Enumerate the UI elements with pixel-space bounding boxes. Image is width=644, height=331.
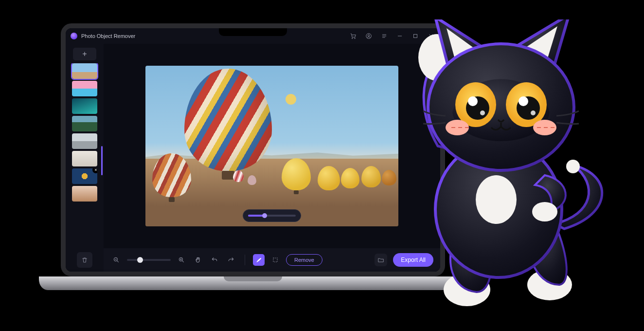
user-icon[interactable] xyxy=(364,32,373,40)
brush-size-thumb[interactable] xyxy=(262,213,267,218)
cart-icon[interactable] xyxy=(349,32,358,40)
plus-icon: + xyxy=(82,50,87,58)
scene-balloon xyxy=(341,168,359,188)
canvas-area xyxy=(104,44,440,248)
scene-sun xyxy=(286,94,296,105)
thumbnail-item[interactable]: × xyxy=(72,168,97,184)
svg-point-23 xyxy=(531,110,536,115)
thumbnail-item[interactable] xyxy=(72,81,97,96)
zoom-slider[interactable] xyxy=(127,259,171,261)
thumbnail-item[interactable] xyxy=(72,186,97,202)
thumbnail-item[interactable] xyxy=(72,151,97,166)
open-folder-button[interactable] xyxy=(375,254,387,266)
app-window: Photo Object Remover xyxy=(66,28,440,272)
svg-point-21 xyxy=(519,96,528,106)
laptop-notch xyxy=(219,28,287,36)
redo-icon[interactable] xyxy=(225,254,237,266)
remove-button[interactable]: Remove xyxy=(286,254,322,266)
add-image-button[interactable]: + xyxy=(73,48,96,60)
brush-tool-icon[interactable] xyxy=(253,254,265,266)
remove-thumb-icon[interactable]: × xyxy=(92,168,97,173)
hand-icon[interactable] xyxy=(192,254,204,266)
bottom-toolbar: Remove Export All xyxy=(104,248,440,272)
svg-point-8 xyxy=(566,160,580,173)
remove-button-label: Remove xyxy=(294,257,314,263)
undo-icon[interactable] xyxy=(209,254,220,266)
rectangle-select-icon[interactable] xyxy=(269,254,281,266)
svg-point-20 xyxy=(468,96,478,106)
svg-rect-7 xyxy=(273,258,277,262)
menu-icon[interactable] xyxy=(380,32,389,40)
laptop-hinge-cut xyxy=(224,276,282,281)
main-panel: Remove Export All xyxy=(104,44,440,272)
toolbar-separator xyxy=(245,255,245,265)
svg-point-13 xyxy=(532,202,557,221)
content-area: + × xyxy=(66,44,440,272)
thumbnail-sidebar: + × xyxy=(66,44,104,272)
image-canvas[interactable] xyxy=(145,66,398,226)
thumbnail-item[interactable] xyxy=(72,133,97,149)
laptop-screen: Photo Object Remover xyxy=(61,23,445,276)
delete-button[interactable] xyxy=(77,252,92,268)
mascot-cat xyxy=(399,19,608,316)
zoom-in-icon[interactable] xyxy=(176,254,187,266)
svg-point-12 xyxy=(476,175,517,224)
zoom-out-icon[interactable] xyxy=(110,254,122,266)
svg-point-3 xyxy=(368,35,370,37)
thumbnail-item[interactable] xyxy=(72,116,97,131)
svg-point-22 xyxy=(480,110,485,115)
thumbnail-list[interactable]: × xyxy=(66,63,104,249)
brush-size-slider[interactable] xyxy=(248,215,296,217)
svg-point-0 xyxy=(352,38,353,39)
scene-balloon-main xyxy=(184,69,272,171)
scene-balloon-tiny xyxy=(248,175,256,185)
scene-balloon xyxy=(382,170,396,185)
zoom-slider-thumb[interactable] xyxy=(137,257,143,263)
scene-balloon xyxy=(361,166,381,187)
svg-point-1 xyxy=(355,38,356,39)
scene-balloon-tiny xyxy=(233,170,244,182)
app-logo-icon xyxy=(71,33,77,39)
app-title: Photo Object Remover xyxy=(81,33,135,39)
thumbnail-item[interactable] xyxy=(72,63,97,79)
thumbnail-item[interactable] xyxy=(72,98,97,114)
sidebar-scrollbar[interactable] xyxy=(101,146,103,175)
brush-size-popover xyxy=(243,209,301,222)
